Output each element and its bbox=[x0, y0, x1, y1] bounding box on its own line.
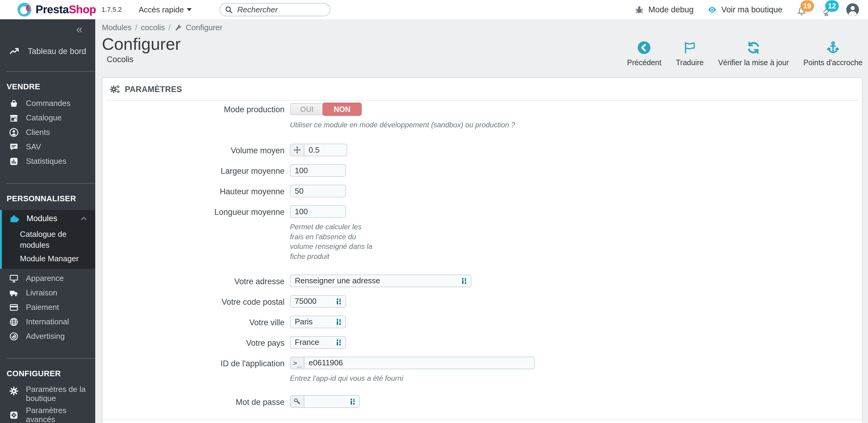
sidebar-item-advertising[interactable]: Advertising bbox=[0, 329, 95, 344]
form-row-mode-production: Mode production OUI NON Utiliser ce modu… bbox=[102, 103, 862, 130]
page-subtitle: Cocolis bbox=[107, 55, 181, 64]
field-label: ID de l'application bbox=[102, 357, 290, 368]
breadcrumb-separator: / bbox=[168, 23, 170, 32]
search-input[interactable] bbox=[237, 5, 325, 15]
bug-icon bbox=[634, 5, 644, 15]
sidebar-item-parametres-boutique[interactable]: Paramètres de la boutique bbox=[0, 383, 95, 405]
panel-body: Mode production OUI NON Utiliser ce modu… bbox=[102, 101, 862, 419]
form-row-pays: Votre pays bbox=[102, 336, 862, 349]
longueur-input[interactable] bbox=[290, 205, 346, 218]
adresse-input[interactable] bbox=[290, 275, 471, 287]
field-label: Votre ville bbox=[102, 316, 290, 327]
updates-button[interactable]: 12 bbox=[821, 3, 832, 17]
app-id-input[interactable] bbox=[304, 357, 535, 369]
sidebar-item-parametres-avances[interactable]: Paramètres avancés bbox=[0, 408, 95, 422]
sidebar-item-catalogue[interactable]: Catalogue bbox=[0, 111, 95, 125]
volume-input[interactable] bbox=[304, 144, 347, 156]
sidebar-section-configurer: CONFIGURER bbox=[0, 359, 95, 383]
view-shop-button[interactable]: Voir ma boutique bbox=[707, 5, 782, 15]
bar-chart-icon bbox=[9, 157, 19, 166]
sidebar-item-dashboard[interactable]: Tableau de bord bbox=[0, 46, 95, 57]
breadcrumb-configurer: Configurer bbox=[186, 23, 222, 32]
person-circle-icon bbox=[9, 128, 19, 137]
updates-badge: 12 bbox=[825, 0, 839, 12]
field-label: Hauteur moyenne bbox=[102, 185, 290, 196]
sidebar-item-paiement[interactable]: Paiement bbox=[0, 300, 95, 315]
translate-button[interactable]: Traduire bbox=[676, 40, 704, 67]
cogs-icon bbox=[110, 84, 121, 94]
breadcrumb: Modules / cocolis / Configurer bbox=[102, 23, 863, 32]
prestashop-logo[interactable]: PrestaShop 1.7.5.2 bbox=[18, 3, 122, 17]
person-icon bbox=[846, 3, 860, 17]
flag-icon bbox=[683, 41, 697, 55]
truck-icon bbox=[9, 288, 19, 298]
move-icon-addon bbox=[290, 144, 304, 156]
sidebar-item-statistiques[interactable]: Statistiques bbox=[0, 154, 95, 169]
form-row-volume: Volume moyen bbox=[102, 144, 862, 156]
key-icon bbox=[293, 398, 301, 405]
credit-card-icon bbox=[9, 303, 19, 312]
profile-avatar[interactable] bbox=[846, 3, 860, 17]
panel-header: PARAMÈTRES bbox=[106, 78, 858, 101]
field-label: Largeur moyenne bbox=[102, 164, 290, 176]
puzzle-icon bbox=[9, 213, 19, 224]
quick-access-dropdown[interactable]: Accès rapide bbox=[138, 5, 192, 15]
form-row-app-id: ID de l'application >_ Entrez l'app-id q… bbox=[102, 357, 862, 383]
debug-mode-button[interactable]: Mode debug bbox=[634, 5, 693, 15]
topbar: PrestaShop 1.7.5.2 Accès rapide Mode deb… bbox=[0, 0, 868, 19]
page-title: Configurer bbox=[102, 35, 181, 53]
back-button[interactable]: Précédent bbox=[627, 40, 661, 67]
caret-down-icon bbox=[187, 8, 192, 11]
search-icon bbox=[225, 6, 233, 14]
sidebar-item-apparence[interactable]: Apparence bbox=[0, 271, 95, 286]
form-row-largeur: Largeur moyenne bbox=[102, 164, 862, 177]
largeur-input[interactable] bbox=[290, 164, 346, 177]
notifications-button[interactable]: 19 bbox=[796, 3, 807, 17]
form-row-hauteur: Hauteur moyenne bbox=[102, 185, 862, 197]
breadcrumb-modules[interactable]: Modules bbox=[102, 23, 131, 32]
sidebar-item-sav[interactable]: SAV bbox=[0, 140, 95, 154]
terminal-icon: >_ bbox=[293, 359, 301, 367]
sidebar-section-vendre: VENDRE bbox=[0, 72, 95, 96]
globe-icon bbox=[9, 317, 19, 327]
form-row-adresse: Votre adresse bbox=[102, 275, 862, 287]
page-toolbar: Précédent Traduire Vérifier la mise à jo… bbox=[627, 40, 863, 67]
help-text: Entrez l'app-id qui vous a été fourni bbox=[290, 373, 862, 383]
hooks-button[interactable]: Points d'accroche bbox=[803, 40, 863, 67]
gear-icon bbox=[9, 386, 19, 396]
prestashop-squirrel-icon bbox=[18, 3, 31, 17]
sidebar-item-commandes[interactable]: Commandes bbox=[0, 96, 95, 111]
hauteur-input[interactable] bbox=[290, 185, 346, 197]
address-autocomplete-icon bbox=[336, 339, 342, 346]
field-label: Mot de passe bbox=[102, 395, 290, 407]
breadcrumb-separator: / bbox=[135, 23, 137, 32]
basket-icon bbox=[9, 98, 19, 108]
toggle-non-button[interactable]: NON bbox=[322, 103, 362, 116]
sidebar-item-livraison[interactable]: Livraison bbox=[0, 286, 95, 300]
sidebar-modules-block: Modules Catalogue de modules Module Mana… bbox=[0, 210, 95, 269]
search-bar[interactable] bbox=[219, 3, 330, 16]
refresh-icon bbox=[747, 41, 761, 55]
move-icon bbox=[293, 146, 301, 154]
notifications-badge: 19 bbox=[801, 0, 814, 12]
panel-title: PARAMÈTRES bbox=[125, 85, 182, 94]
parametres-panel: PARAMÈTRES Mode production OUI NON Utili… bbox=[102, 77, 863, 423]
field-label: Longueur moyenne bbox=[102, 205, 290, 217]
sidebar-collapse-button[interactable]: « bbox=[0, 24, 95, 35]
sidebar-item-module-manager[interactable]: Module Manager bbox=[20, 253, 95, 264]
check-update-button[interactable]: Vérifier la mise à jour bbox=[718, 40, 789, 67]
sidebar-item-modules[interactable]: Modules bbox=[2, 210, 95, 227]
breadcrumb-cocolis[interactable]: cocolis bbox=[141, 23, 165, 32]
key-addon bbox=[290, 395, 304, 408]
sidebar-item-international[interactable]: International bbox=[0, 315, 95, 329]
sidebar-item-catalogue-de-modules[interactable]: Catalogue de modules bbox=[20, 229, 95, 251]
form-row-longueur: Longueur moyenne Permet de calculer les … bbox=[102, 205, 862, 261]
trend-up-icon bbox=[9, 46, 20, 57]
wrench-icon bbox=[174, 24, 182, 32]
sidebar-item-clients[interactable]: Clients bbox=[0, 125, 95, 140]
toggle-oui-button[interactable]: OUI bbox=[290, 103, 324, 115]
main-content: Modules / cocolis / Configurer Configure… bbox=[95, 19, 868, 423]
sidebar-section-personnaliser: PERSONNALISER bbox=[0, 184, 95, 208]
target-spiral-icon bbox=[9, 332, 19, 341]
address-autocomplete-icon bbox=[336, 318, 342, 326]
